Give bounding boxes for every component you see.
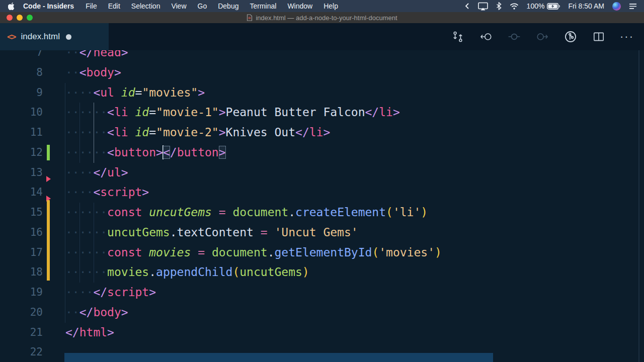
menu-selection[interactable]: Selection (126, 2, 166, 10)
editor-scrollbar[interactable] (638, 50, 639, 362)
previous-diff-disabled-icon[interactable] (505, 30, 523, 43)
next-diff-disabled-icon[interactable] (533, 30, 551, 43)
menu-edit[interactable]: Edit (103, 2, 126, 10)
line-number-20: 20 (0, 303, 43, 323)
git-modified-indicator[interactable] (47, 200, 50, 281)
menubar-clock[interactable]: Fri 8:50 AM (568, 2, 604, 10)
code-line-8[interactable]: ··<body> (65, 63, 442, 83)
git-added-indicator[interactable] (47, 145, 50, 160)
battery-charging-icon (547, 3, 560, 10)
line-number-15: 15 (0, 203, 43, 223)
line-number-21: 21 (0, 323, 43, 343)
menu-view[interactable]: View (166, 2, 192, 10)
code-line-12[interactable]: ······<button></button> (65, 143, 442, 163)
editor-tabbar: <> index.html (0, 23, 644, 50)
menu-file[interactable]: File (80, 2, 103, 10)
open-changes-icon[interactable] (449, 30, 467, 43)
editor-toolbar: ··· (449, 23, 644, 50)
apple-logo-icon[interactable] (4, 2, 19, 10)
tab-label: index.html (21, 32, 59, 42)
menu-items: FileEditSelectionViewGoDebugTerminalWind… (80, 2, 344, 10)
code-line-20[interactable]: ··</body> (65, 303, 442, 323)
code-line-11[interactable]: ······<li id="movie-2">Knives Out</li> (65, 123, 442, 143)
code-line-16[interactable]: ······uncutGems.textContent = 'Uncut Gem… (65, 223, 442, 243)
menu-help[interactable]: Help (318, 2, 344, 10)
battery-percent: 100% (527, 2, 545, 10)
line-number-8: 8 (0, 63, 43, 83)
wifi-icon[interactable] (510, 3, 519, 10)
modified-indicator-dot[interactable] (66, 34, 71, 40)
minimize-window-button[interactable] (17, 15, 23, 21)
gutter: 78910111213141516171819202122 (0, 50, 43, 362)
airplay-display-icon[interactable] (478, 2, 488, 11)
window-titlebar: index.html — add-a-node-to-your-html-doc… (0, 12, 644, 23)
menu-terminal[interactable]: Terminal (244, 2, 282, 10)
window-title: index.html — add-a-node-to-your-html-doc… (256, 14, 397, 22)
line-number-13: 13 (0, 163, 43, 183)
tab-index-html[interactable]: <> index.html (0, 23, 109, 50)
line-number-16: 16 (0, 223, 43, 243)
line-number-7: 7 (0, 50, 43, 63)
menu-app-name[interactable]: Code - Insiders (19, 2, 80, 10)
line-number-12: 12 (0, 143, 43, 163)
html-code-icon: <> (7, 32, 15, 42)
code-line-19[interactable]: ····</script> (65, 283, 442, 303)
menu-go[interactable]: Go (192, 2, 213, 10)
code-line-15[interactable]: ······const uncutGems = document.createE… (65, 203, 442, 223)
close-window-button[interactable] (7, 15, 13, 21)
line-number-17: 17 (0, 243, 43, 263)
chevron-left-icon[interactable] (464, 3, 470, 10)
notification-center-icon[interactable] (629, 3, 637, 10)
code-line-21[interactable]: </html> (65, 323, 442, 343)
code-line-13[interactable]: ····</ul> (65, 163, 442, 183)
code-lines: ··</head>··<body>····<ul id="movies">···… (65, 50, 442, 362)
code-line-10[interactable]: ······<li id="movie-1">Peanut Butter Fal… (65, 103, 442, 123)
git-deleted-indicator[interactable] (46, 176, 51, 182)
code-editor[interactable]: 78910111213141516171819202122 ··</head>·… (0, 50, 644, 362)
menu-debug[interactable]: Debug (212, 2, 244, 10)
code-line-18[interactable]: ······movies.appendChild(uncutGems) (65, 262, 442, 283)
code-line-17[interactable]: ······const movies = document.getElement… (65, 243, 442, 263)
code-line-14[interactable]: ····<script> (65, 183, 442, 203)
traffic-lights (7, 15, 33, 21)
line-number-10: 10 (0, 103, 43, 123)
code-line-7[interactable]: ··</head> (65, 50, 442, 63)
line-number-11: 11 (0, 123, 43, 143)
battery-status[interactable]: 100% (527, 2, 560, 10)
bluetooth-icon[interactable] (496, 2, 502, 10)
more-actions-icon[interactable]: ··· (618, 34, 636, 39)
code-line-9[interactable]: ····<ul id="movies"> (65, 83, 442, 103)
line-number-18: 18 (0, 262, 43, 283)
line-number-22: 22 (0, 342, 43, 362)
git-history-icon[interactable] (561, 30, 580, 44)
file-icon (247, 14, 253, 21)
menubar-status-cluster: 100% Fri 8:50 AM (464, 2, 644, 11)
previous-change-icon[interactable] (477, 30, 495, 43)
line-number-14: 14 (0, 183, 43, 203)
line-number-19: 19 (0, 283, 43, 303)
siri-icon[interactable] (612, 2, 621, 11)
line-number-9: 9 (0, 83, 43, 103)
bottom-blue-bar (64, 353, 493, 362)
menu-window[interactable]: Window (282, 2, 318, 10)
macos-menubar: Code - Insiders FileEditSelectionViewGoD… (0, 0, 644, 12)
split-editor-icon[interactable] (590, 30, 608, 43)
zoom-window-button[interactable] (27, 15, 33, 21)
